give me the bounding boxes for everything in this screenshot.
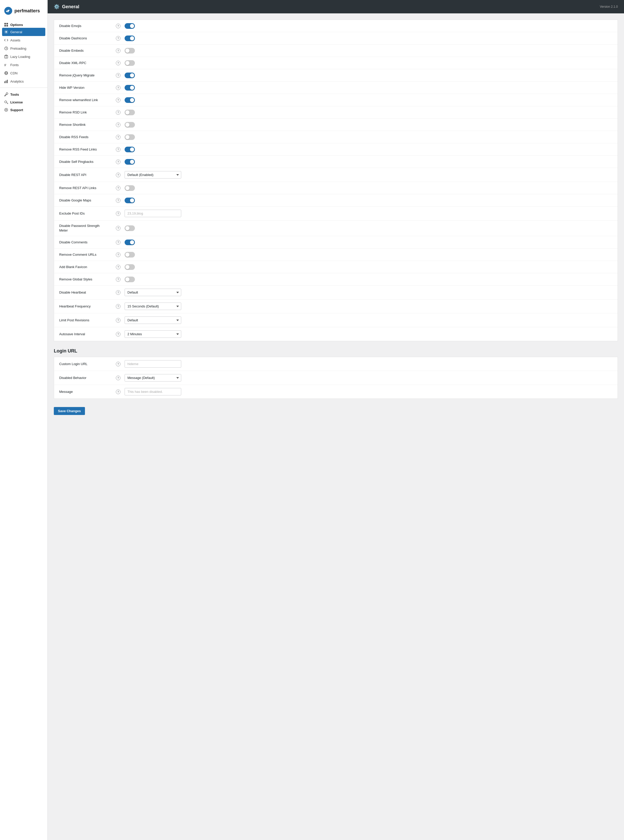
select-disable-heartbeat[interactable]: Default Disable Everywhere Disable on Da… (125, 289, 181, 296)
label-remove-shortlink: Remove Shortlink (59, 123, 116, 126)
help-remove-comment-urls[interactable]: ? (116, 253, 120, 257)
help-remove-rss-feed-links[interactable]: ? (116, 147, 120, 152)
input-exclude-post-ids[interactable] (125, 210, 181, 217)
help-disabled-behavior[interactable]: ? (116, 376, 120, 380)
help-disable-dashicons[interactable]: ? (116, 36, 120, 41)
select-disabled-behavior[interactable]: Message (Default) 404 Error Redirect (125, 374, 181, 382)
sidebar-item-assets[interactable]: Assets (0, 36, 47, 44)
select-heartbeat-frequency[interactable]: 15 Seconds (Default) 30 Seconds 60 Secon… (125, 302, 181, 310)
input-message[interactable] (125, 388, 181, 395)
logo-text: perfmatters (14, 8, 40, 14)
help-disable-heartbeat[interactable]: ? (116, 290, 120, 295)
select-disable-rest-api[interactable]: Default (Enabled) Disable for Non-Logged… (125, 171, 181, 179)
sidebar-item-cdn[interactable]: CDN (0, 69, 47, 77)
toggle-disable-google-maps[interactable] (125, 197, 135, 203)
toggle-remove-global-styles[interactable] (125, 277, 135, 282)
sidebar-item-support[interactable]: Support (0, 105, 47, 113)
help-disable-comments[interactable]: ? (116, 240, 120, 245)
row-heartbeat-frequency: Heartbeat Frequency ? 15 Seconds (Defaul… (54, 299, 618, 313)
help-remove-jquery-migrate[interactable]: ? (116, 73, 120, 78)
toggle-disable-password-strength[interactable] (125, 225, 135, 231)
help-custom-login-url[interactable]: ? (116, 362, 120, 366)
sidebar-item-general[interactable]: General (2, 28, 45, 36)
toggle-slider-disable-password-strength (125, 225, 135, 231)
toggle-slider-disable-xmlrpc (125, 60, 135, 66)
toggle-slider-disable-google-maps (125, 197, 135, 203)
toggle-disable-xmlrpc[interactable] (125, 60, 135, 66)
label-remove-wlwmanifest: Remove wlwmanifest Link (59, 98, 116, 102)
svg-rect-14 (5, 81, 5, 83)
page-title: General (62, 4, 79, 9)
main-content: Disable Emojis ? Disable Dashicons ? (48, 13, 624, 421)
toggle-remove-jquery-migrate[interactable] (125, 72, 135, 78)
toggle-remove-rss-feed-links[interactable] (125, 146, 135, 152)
row-add-blank-favicon: Add Blank Favicon ? (54, 261, 618, 273)
help-remove-global-styles[interactable]: ? (116, 277, 120, 282)
help-remove-wlwmanifest[interactable]: ? (116, 98, 120, 102)
help-disable-rest-api[interactable]: ? (116, 173, 120, 177)
version-label: Version 2.1.0 (600, 5, 618, 8)
select-autosave-interval[interactable]: 1 Minute 2 Minutes 3 Minutes 5 Minutes 1… (125, 330, 181, 338)
toggle-disable-self-pingbacks[interactable] (125, 159, 135, 165)
save-changes-button[interactable]: Save Changes (54, 407, 85, 415)
row-disable-rest-api: Disable REST API ? Default (Enabled) Dis… (54, 168, 618, 182)
toggle-disable-emojis[interactable] (125, 23, 135, 29)
grid-icon (4, 23, 8, 27)
toggle-remove-rsd-link[interactable] (125, 109, 135, 115)
fonts-label: Fonts (10, 63, 19, 67)
sidebar-item-analytics[interactable]: Analytics (0, 77, 47, 85)
toggle-disable-embeds[interactable] (125, 48, 135, 54)
toggle-disable-comments[interactable] (125, 239, 135, 245)
control-remove-rest-api-links (125, 185, 612, 191)
sidebar-item-license[interactable]: License (0, 97, 47, 105)
help-disable-self-pingbacks[interactable]: ? (116, 160, 120, 164)
toggle-remove-wlwmanifest[interactable] (125, 97, 135, 103)
toggle-disable-dashicons[interactable] (125, 35, 135, 41)
svg-rect-2 (5, 23, 6, 25)
help-remove-rsd-link[interactable]: ? (116, 110, 120, 115)
code-icon (4, 38, 8, 42)
sidebar-item-lazy-loading[interactable]: Lazy Loading (0, 52, 47, 61)
help-message[interactable]: ? (116, 390, 120, 394)
control-remove-comment-urls (125, 252, 612, 257)
control-message (125, 388, 612, 395)
control-remove-jquery-migrate (125, 72, 612, 78)
help-autosave-interval[interactable]: ? (116, 332, 120, 336)
label-heartbeat-frequency: Heartbeat Frequency (59, 304, 116, 308)
help-heartbeat-frequency[interactable]: ? (116, 304, 120, 309)
svg-rect-5 (6, 25, 8, 26)
help-remove-shortlink[interactable]: ? (116, 122, 120, 127)
toggle-remove-rest-api-links[interactable] (125, 185, 135, 191)
row-disable-xmlrpc: Disable XML-RPC ? (54, 57, 618, 69)
help-disable-emojis[interactable]: ? (116, 24, 120, 28)
help-disable-password-strength[interactable]: ? (116, 226, 120, 231)
sidebar-item-fonts[interactable]: F Fonts (0, 61, 47, 69)
help-exclude-post-ids[interactable]: ? (116, 211, 120, 216)
toggle-add-blank-favicon[interactable] (125, 264, 135, 270)
help-disable-google-maps[interactable]: ? (116, 198, 120, 203)
sidebar-item-tools[interactable]: Tools (0, 90, 47, 97)
toggle-disable-rss-feeds[interactable] (125, 134, 135, 140)
row-disable-google-maps: Disable Google Maps ? (54, 194, 618, 207)
help-limit-post-revisions[interactable]: ? (116, 318, 120, 323)
general-settings-section: Disable Emojis ? Disable Dashicons ? (54, 20, 618, 341)
select-limit-post-revisions[interactable]: Default Disable 1 2 3 5 10 (125, 316, 181, 324)
help-remove-rest-api-links[interactable]: ? (116, 186, 120, 190)
toggle-hide-wp-version[interactable] (125, 85, 135, 91)
toggle-remove-comment-urls[interactable] (125, 252, 135, 257)
input-custom-login-url[interactable] (125, 360, 181, 368)
clock-icon (4, 46, 8, 51)
tools-label: Tools (10, 92, 19, 97)
label-disable-dashicons: Disable Dashicons (59, 36, 116, 40)
support-label: Support (10, 108, 23, 112)
help-disable-embeds[interactable]: ? (116, 48, 120, 53)
row-disabled-behavior: Disabled Behavior ? Message (Default) 40… (54, 371, 618, 385)
help-hide-wp-version[interactable]: ? (116, 85, 120, 90)
toggle-remove-shortlink[interactable] (125, 122, 135, 128)
sidebar-item-preloading[interactable]: Preloading (0, 44, 47, 52)
svg-point-1 (6, 11, 8, 12)
help-disable-xmlrpc[interactable]: ? (116, 61, 120, 65)
help-disable-rss-feeds[interactable]: ? (116, 135, 120, 139)
header-title: ⚙️ General (54, 4, 79, 9)
help-add-blank-favicon[interactable]: ? (116, 265, 120, 269)
